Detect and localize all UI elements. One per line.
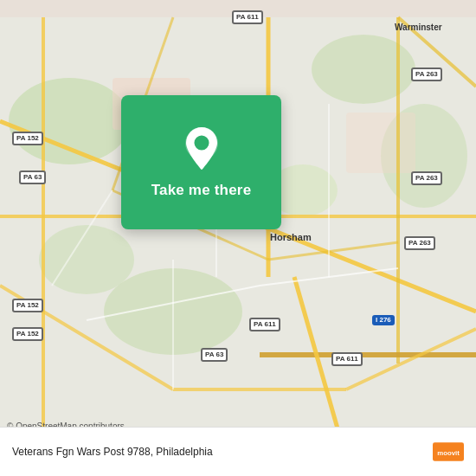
svg-point-30 <box>194 135 209 150</box>
badge-pa611-mid: PA 611 <box>249 318 280 331</box>
warminster-label: Warminster <box>395 23 442 32</box>
location-card[interactable]: Take me there <box>121 95 281 229</box>
badge-pa152-3: PA 152 <box>12 327 43 341</box>
badge-pa263-3: PA 263 <box>404 236 435 250</box>
badge-pa611-bot: PA 611 <box>331 352 363 366</box>
svg-text:moovit: moovit <box>437 449 460 457</box>
badge-i276: I 276 <box>372 315 395 325</box>
horsham-label: Horsham <box>270 232 312 242</box>
badge-pa611-top: PA 611 <box>232 10 263 24</box>
badge-pa152-1: PA 152 <box>12 132 43 145</box>
info-bar: Veterans Fgn Wars Post 9788, Philadelphi… <box>0 427 476 476</box>
svg-point-1 <box>9 78 130 164</box>
badge-pa263-1: PA 263 <box>411 68 442 81</box>
take-me-there-button[interactable]: Take me there <box>151 182 252 199</box>
location-title: Veterans Fgn Wars Post 9788, Philadelphi… <box>12 446 213 458</box>
map-container: Take me there Horsham Warminster PA 611 … <box>0 0 476 476</box>
badge-pa63-1: PA 63 <box>19 170 46 184</box>
badge-pa263-2: PA 263 <box>411 171 442 185</box>
badge-pa63-2: PA 63 <box>201 348 228 362</box>
moovit-logo: moovit <box>433 436 464 467</box>
location-pin-icon <box>181 125 222 173</box>
svg-rect-8 <box>346 113 415 173</box>
badge-pa152-2: PA 152 <box>12 299 43 312</box>
